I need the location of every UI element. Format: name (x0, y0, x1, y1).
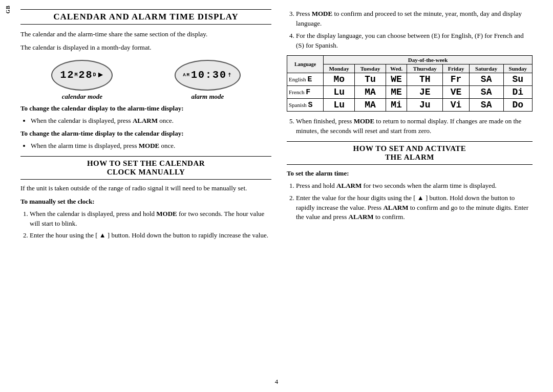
manually-set-header: To manually set the clock: (20, 197, 271, 207)
section1-right: Press MODE to confirm and proceed to set… (287, 9, 533, 50)
es-sat: SA (469, 99, 503, 112)
en-sat: SA (469, 73, 503, 86)
es-thu: Ju (407, 99, 443, 112)
spanish-row: Spanish S Lu MA Mi Ju Vi SA Do (287, 99, 533, 112)
section3-header: HOW TO SET AND ACTIVATE THE ALARM (287, 141, 533, 165)
section1-step5-container: When finished, press MODE to return to n… (287, 117, 533, 136)
french-row: French F Lu MA ME JE VE SA Di (287, 86, 533, 99)
day-friday: Friday (443, 64, 469, 73)
calendar-display-header: To change the calendar display to the al… (20, 104, 271, 114)
section3-steps: Press and hold ALARM for two seconds whe… (296, 181, 533, 222)
section1-header: CALENDAR AND ALARM TIME DISPLAY (20, 9, 271, 25)
day-saturday: Saturday (469, 64, 503, 73)
french-lang: French F (287, 86, 324, 99)
english-lang: English E (287, 73, 324, 86)
section3-step2: Enter the value for the hour digits usin… (296, 193, 533, 223)
section2-steps: When the calendar is displayed, press an… (30, 209, 271, 241)
page-container: GB CALENDAR AND ALARM TIME DISPLAY The c… (0, 0, 553, 392)
fr-tue: MA (355, 86, 386, 99)
day-sunday: Sunday (503, 64, 532, 73)
en-sun: Su (503, 73, 532, 86)
english-row: English E Mo Tu WE TH Fr SA Su (287, 73, 533, 86)
left-column: CALENDAR AND ALARM TIME DISPLAY The cale… (20, 9, 271, 244)
en-wed: WE (386, 73, 407, 86)
section1-step3: Press MODE to confirm and proceed to set… (296, 9, 533, 29)
section1-right-list: Press MODE to confirm and proceed to set… (296, 9, 533, 50)
section2-header: HOW TO SET THE CALENDAR CLOCK MANUALLY (20, 156, 271, 180)
dow-col-header: Day-of-the-week (324, 56, 533, 64)
calendar-display-bullet: When the calendar is displayed, press AL… (31, 116, 271, 126)
right-column: Press MODE to confirm and proceed to set… (287, 9, 533, 244)
calendar-lcd: 12M28D► (51, 60, 113, 91)
day-tuesday: Tuesday (355, 64, 386, 73)
fr-sat: SA (469, 86, 503, 99)
fr-fri: VE (443, 86, 469, 99)
en-tue: Tu (355, 73, 386, 86)
alarm-display-header: To change the alarm-time display to the … (20, 129, 271, 139)
calendar-mode-label: calendar mode (51, 93, 113, 101)
alarm-mode-display: AM10:30☨ alarm mode (175, 60, 240, 101)
alarm-display-list: When the alarm time is displayed, press … (31, 141, 271, 151)
day-wed: Wed. (386, 64, 407, 73)
fr-thu: JE (407, 86, 443, 99)
dow-table: Language Day-of-the-week Monday Tuesday … (287, 55, 533, 112)
fr-sun: Di (503, 86, 532, 99)
page-number: 4 (275, 378, 279, 386)
language-header: Language (287, 56, 324, 73)
day-monday: Monday (324, 64, 355, 73)
es-fri: Vi (443, 99, 469, 112)
section2-para1: If the unit is taken outside of the rang… (20, 184, 271, 193)
section1-para1: The calendar and the alarm-time share th… (20, 30, 271, 39)
es-wed: Mi (386, 99, 407, 112)
fr-wed: ME (386, 86, 407, 99)
es-sun: Do (503, 99, 532, 112)
fr-mon: Lu (324, 86, 355, 99)
alarm-time-header: To set the alarm time: (287, 169, 533, 179)
gb-label: GB (5, 5, 11, 13)
section1-step5-list: When finished, press MODE to return to n… (296, 117, 533, 136)
alarm-display-bullet: When the alarm time is displayed, press … (31, 141, 271, 151)
section2-step1: When the calendar is displayed, press an… (30, 209, 271, 229)
section3-step1: Press and hold ALARM for two seconds whe… (296, 181, 533, 191)
en-fri: Fr (443, 73, 469, 86)
section1-para2: The calendar is displayed in a month-day… (20, 43, 271, 53)
clock-display-row: 12M28D► calendar mode AM10:30☨ alarm mod… (20, 60, 271, 101)
en-thu: TH (407, 73, 443, 86)
en-mon: Mo (324, 73, 355, 86)
section1-step5: When finished, press MODE to return to n… (296, 117, 533, 136)
section2-step2: Enter the hour using the [ ▲ ] button. H… (30, 231, 271, 241)
spanish-lang: Spanish S (287, 99, 324, 112)
day-thursday: Thursday (407, 64, 443, 73)
es-tue: MA (355, 99, 386, 112)
alarm-lcd: AM10:30☨ (175, 60, 240, 91)
alarm-mode-label: alarm mode (175, 93, 240, 101)
calendar-display-list: When the calendar is displayed, press AL… (31, 116, 271, 126)
calendar-mode-display: 12M28D► calendar mode (51, 60, 113, 101)
es-mon: Lu (324, 99, 355, 112)
section1-step4: For the display language, you can choose… (296, 31, 533, 51)
